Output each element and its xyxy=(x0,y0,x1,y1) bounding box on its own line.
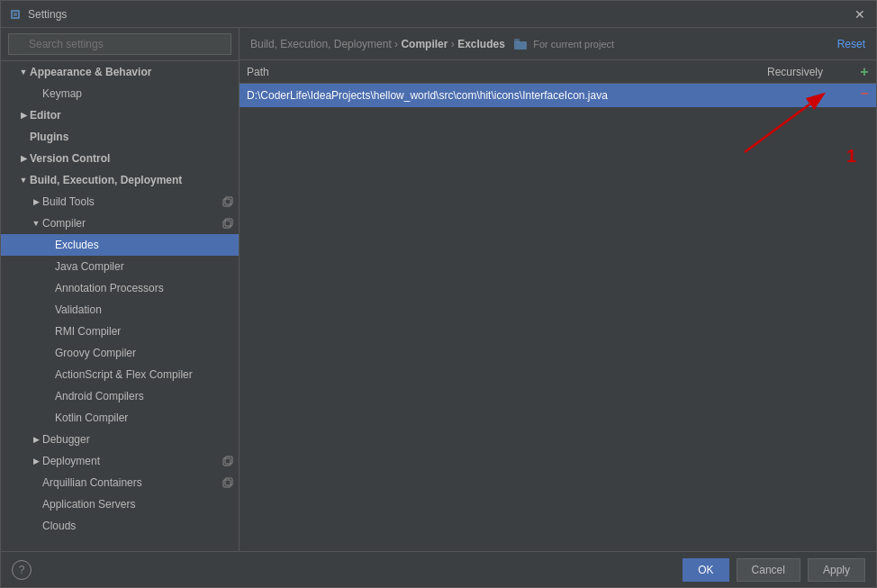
apply-button[interactable]: Apply xyxy=(808,558,865,582)
copy-icon-build-tools xyxy=(221,194,235,209)
col-recursively-header: Recursively xyxy=(741,60,849,83)
tree-label-build-execution: Build, Execution, Deployment xyxy=(30,174,235,186)
svg-rect-8 xyxy=(225,457,232,464)
sidebar-item-build-execution[interactable]: ▼Build, Execution, Deployment xyxy=(1,169,239,191)
main-area: 🔍 ▼Appearance & BehaviorKeymap▶EditorPlu… xyxy=(1,28,876,551)
copy-icon-compiler xyxy=(221,216,235,231)
app-icon xyxy=(8,7,23,22)
sidebar-item-appearance[interactable]: ▼Appearance & Behavior xyxy=(1,61,239,83)
copy-icon-arquillian xyxy=(221,475,235,490)
tree-arrow-appearance: ▼ xyxy=(17,66,30,78)
svg-rect-3 xyxy=(223,199,231,206)
svg-rect-5 xyxy=(223,221,231,228)
tree-label-java-compiler: Java Compiler xyxy=(55,260,235,273)
search-box: 🔍 xyxy=(1,28,239,61)
sidebar-item-build-tools[interactable]: ▶Build Tools xyxy=(1,191,239,213)
help-button[interactable]: ? xyxy=(12,560,32,580)
sidebar-item-kotlin-compiler[interactable]: Kotlin Compiler xyxy=(1,407,239,429)
svg-rect-2 xyxy=(14,13,17,16)
tree-label-excludes: Excludes xyxy=(55,239,235,251)
sidebar-item-plugins[interactable]: Plugins xyxy=(1,126,239,148)
add-button[interactable]: + xyxy=(854,62,874,82)
sidebar-item-actionscript[interactable]: ActionScript & Flex Compiler xyxy=(1,364,239,385)
svg-rect-11 xyxy=(514,41,527,50)
sidebar-item-groovy-compiler[interactable]: Groovy Compiler xyxy=(1,342,239,364)
sidebar-item-keymap[interactable]: Keymap xyxy=(1,83,239,104)
tree-arrow-excludes xyxy=(42,239,55,251)
content-area: Build, Execution, Deployment › Compiler … xyxy=(240,28,876,551)
tree-arrow-deployment: ▶ xyxy=(30,455,42,467)
window-title: Settings xyxy=(28,8,851,21)
sidebar-item-compiler[interactable]: ▼Compiler xyxy=(1,213,239,234)
table-header: Path Recursively xyxy=(240,60,876,84)
remove-button[interactable]: − xyxy=(854,84,874,104)
tree-label-plugins: Plugins xyxy=(30,131,235,143)
path-cell: D:\CoderLife\IdeaProjects\hellow_world\s… xyxy=(240,89,741,102)
breadcrumb-part1: Build, Execution, Deployment xyxy=(250,38,392,50)
svg-rect-7 xyxy=(223,458,231,466)
tree-arrow-build-tools: ▶ xyxy=(30,195,42,208)
sidebar-item-deployment[interactable]: ▶Deployment xyxy=(1,450,239,472)
sidebar-item-android-compilers[interactable]: Android Compilers xyxy=(1,385,239,407)
search-input[interactable] xyxy=(8,33,231,55)
tree-label-android-compilers: Android Compilers xyxy=(55,390,235,403)
tree-arrow-clouds xyxy=(30,520,42,532)
table-actions: + − xyxy=(853,60,876,105)
tree-label-appearance: Appearance & Behavior xyxy=(30,66,235,78)
ok-button[interactable]: OK xyxy=(683,558,728,582)
sidebar-item-rmi-compiler[interactable]: RMI Compiler xyxy=(1,321,239,342)
reset-link[interactable]: Reset xyxy=(837,38,865,50)
tree-arrow-validation xyxy=(42,303,55,316)
sidebar-item-java-compiler[interactable]: Java Compiler xyxy=(1,256,239,277)
settings-window: Settings ✕ 🔍 ▼Appearance & BehaviorKeyma… xyxy=(0,0,877,588)
project-icon xyxy=(514,39,527,50)
table-area: Path Recursively D:\CoderLife\IdeaProjec… xyxy=(240,60,876,551)
svg-rect-6 xyxy=(225,219,232,226)
sidebar-item-validation[interactable]: Validation xyxy=(1,299,239,321)
breadcrumb-part2: Compiler xyxy=(401,38,448,50)
tree-label-editor: Editor xyxy=(30,109,235,122)
sidebar-item-debugger[interactable]: ▶Debugger xyxy=(1,429,239,450)
svg-rect-9 xyxy=(223,480,231,487)
tree-label-actionscript: ActionScript & Flex Compiler xyxy=(55,368,235,381)
tree-label-annotation-processors: Annotation Processors xyxy=(55,282,235,294)
tree-label-compiler: Compiler xyxy=(42,217,221,230)
sidebar-item-editor[interactable]: ▶Editor xyxy=(1,104,239,126)
tree-label-groovy-compiler: Groovy Compiler xyxy=(55,347,235,359)
tree-arrow-editor: ▶ xyxy=(17,109,30,122)
cancel-button[interactable]: Cancel xyxy=(737,558,800,582)
sidebar: 🔍 ▼Appearance & BehaviorKeymap▶EditorPlu… xyxy=(1,28,240,551)
annotation-number: 1 xyxy=(846,146,856,167)
sidebar-item-annotation-processors[interactable]: Annotation Processors xyxy=(1,277,239,299)
tree-arrow-arquillian xyxy=(30,476,42,489)
tree-label-build-tools: Build Tools xyxy=(42,195,221,208)
breadcrumb-part3: Excludes xyxy=(457,38,505,50)
sidebar-item-arquillian[interactable]: Arquillian Containers xyxy=(1,472,239,493)
sidebar-item-clouds[interactable]: Clouds xyxy=(1,515,239,537)
svg-rect-4 xyxy=(225,197,232,204)
tree-label-keymap: Keymap xyxy=(42,87,235,100)
tree-arrow-build-execution: ▼ xyxy=(17,174,30,186)
tree-arrow-application-servers xyxy=(30,498,42,511)
breadcrumb-suffix: For current project xyxy=(533,39,614,50)
tree-arrow-java-compiler xyxy=(42,260,55,273)
sidebar-item-version-control[interactable]: ▶Version Control xyxy=(1,148,239,169)
tree-arrow-debugger: ▶ xyxy=(30,433,42,446)
footer-right: OK Cancel Apply xyxy=(683,558,865,582)
footer-left: ? xyxy=(12,560,32,580)
title-bar: Settings ✕ xyxy=(1,1,876,28)
svg-rect-12 xyxy=(514,39,520,42)
table-row[interactable]: D:\CoderLife\IdeaProjects\hellow_world\s… xyxy=(240,84,876,107)
tree-arrow-android-compilers xyxy=(42,390,55,403)
tree-arrow-annotation-processors xyxy=(42,282,55,294)
tree-label-application-servers: Application Servers xyxy=(42,498,235,511)
sidebar-item-application-servers[interactable]: Application Servers xyxy=(1,493,239,515)
sidebar-item-excludes[interactable]: Excludes xyxy=(1,234,239,256)
sidebar-tree: ▼Appearance & BehaviorKeymap▶EditorPlugi… xyxy=(1,61,239,551)
tree-label-validation: Validation xyxy=(55,303,235,316)
tree-arrow-plugins xyxy=(17,131,30,143)
col-path-header: Path xyxy=(240,60,741,83)
tree-arrow-rmi-compiler xyxy=(42,325,55,338)
tree-arrow-keymap xyxy=(30,87,42,100)
close-button[interactable]: ✕ xyxy=(851,5,869,23)
